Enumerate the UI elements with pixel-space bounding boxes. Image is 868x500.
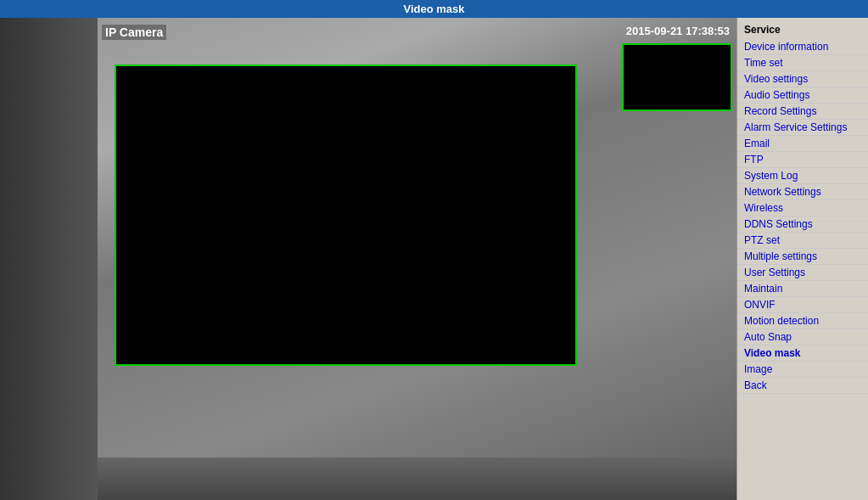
mask-window-2[interactable] [622,43,732,111]
sidebar-item-ftp[interactable]: FTP [737,152,868,168]
title-bar: Video mask [0,0,868,18]
sidebar-item-alarm-service-settings[interactable]: Alarm Service Settings [737,120,868,136]
right-sidebar: Service Device informationTime setVideo … [736,18,868,500]
sidebar-item-ddns-settings[interactable]: DDNS Settings [737,216,868,233]
sidebar-item-auto-snap[interactable]: Auto Snap [737,329,868,346]
camera-left-column [0,18,98,500]
sidebar-item-multiple-settings[interactable]: Multiple settings [737,249,868,265]
main-container: Video mask IP Camera 2015-09-21 17:38:53 [0,0,868,500]
content-area: IP Camera 2015-09-21 17:38:53 Window1 [0,18,868,500]
sidebar-item-onvif[interactable]: ONVIF [737,297,868,313]
service-label: Service [737,22,868,39]
page-title: Video mask [403,3,464,15]
sidebar-item-ptz-set[interactable]: PTZ set [737,233,868,249]
sidebar-items-container: Device informationTime setVideo settings… [737,39,868,394]
sidebar-item-motion-detection[interactable]: Motion detection [737,313,868,329]
ip-camera-label: IP Camera [102,25,166,40]
camera-timestamp: 2015-09-21 17:38:53 [626,25,730,37]
sidebar-item-wireless[interactable]: Wireless [737,200,868,216]
sidebar-item-back[interactable]: Back [737,378,868,394]
sidebar-item-device-information[interactable]: Device information [737,39,868,55]
camera-bottom-area [98,458,736,500]
sidebar-item-audio-settings[interactable]: Audio Settings [737,87,868,104]
sidebar-item-maintain[interactable]: Maintain [737,281,868,297]
sidebar-item-image[interactable]: Image [737,362,868,378]
sidebar-item-network-settings[interactable]: Network Settings [737,184,868,200]
sidebar-item-video-mask[interactable]: Video mask [737,346,868,362]
mask-window-1[interactable] [115,65,577,366]
video-panel: IP Camera 2015-09-21 17:38:53 Window1 [0,18,736,500]
sidebar-item-video-settings[interactable]: Video settings [737,71,868,87]
sidebar-item-system-log[interactable]: System Log [737,168,868,184]
camera-feed: IP Camera 2015-09-21 17:38:53 [0,18,736,500]
sidebar-item-time-set[interactable]: Time set [737,55,868,71]
sidebar-item-user-settings[interactable]: User Settings [737,265,868,281]
sidebar-item-record-settings[interactable]: Record Settings [737,104,868,120]
sidebar-item-email[interactable]: Email [737,136,868,152]
